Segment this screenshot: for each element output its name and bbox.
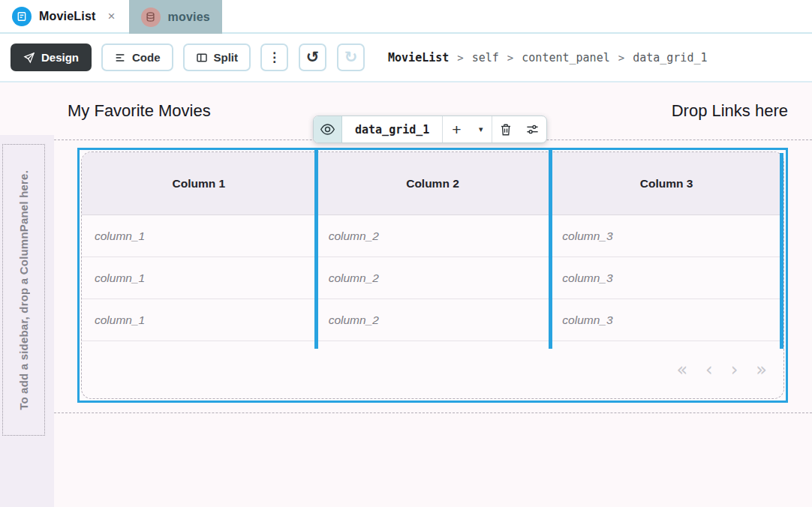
undo-button[interactable]: ↺ xyxy=(299,44,326,71)
visibility-toggle[interactable] xyxy=(314,116,342,142)
kebab-icon: ⋮ xyxy=(268,50,281,65)
split-button-label: Split xyxy=(214,51,239,64)
breadcrumb-separator: > xyxy=(618,52,624,64)
row-cell[interactable]: column_2 xyxy=(316,215,550,256)
row-cell[interactable]: column_2 xyxy=(316,299,550,340)
pagination-bar: « ‹ › » xyxy=(82,341,783,398)
column-resize-handle[interactable] xyxy=(549,150,552,349)
component-properties-button[interactable] xyxy=(519,116,546,142)
code-lines-icon xyxy=(114,52,126,64)
paper-plane-icon xyxy=(23,52,35,64)
design-canvas: My Favorite Movies Drop Links here To ad… xyxy=(0,82,812,507)
row-cell[interactable]: column_2 xyxy=(316,257,550,298)
code-button[interactable]: Code xyxy=(101,44,173,71)
tab-movielist[interactable]: MovieList × xyxy=(0,0,129,32)
table-row: column_1 column_2 column_3 xyxy=(82,215,783,257)
column-header-2[interactable]: Column 2 xyxy=(316,152,550,214)
next-page-icon[interactable]: › xyxy=(731,361,738,379)
row-cell[interactable]: column_3 xyxy=(549,215,783,256)
component-toolbar: data_grid_1 + ▾ xyxy=(313,116,547,143)
tab-movielist-label: MovieList xyxy=(39,10,96,23)
data-grid-header-row: Column 1 Column 2 Column 3 xyxy=(82,152,783,215)
split-button[interactable]: Split xyxy=(183,44,251,71)
design-button[interactable]: Design xyxy=(11,44,92,71)
component-menu-button[interactable]: ▾ xyxy=(470,116,492,142)
editor-toolbar: Design Code Split ⋮ ↺ ↻ MovieList > sel xyxy=(0,34,812,82)
sidebar-hint-label: To add a sidebar, drop a ColumnPanel her… xyxy=(17,170,30,410)
breadcrumb-separator: > xyxy=(457,52,463,64)
chevron-down-icon: ▾ xyxy=(479,124,483,134)
breadcrumb-item-self[interactable]: self xyxy=(472,51,499,64)
row-cell[interactable]: column_1 xyxy=(82,215,316,256)
eye-icon xyxy=(320,122,335,137)
redo-button[interactable]: ↻ xyxy=(337,44,365,71)
close-icon[interactable]: × xyxy=(107,9,117,24)
tab-movies[interactable]: movies xyxy=(129,0,222,34)
more-options-button[interactable]: ⋮ xyxy=(260,44,288,71)
column-header-1[interactable]: Column 1 xyxy=(82,152,316,214)
breadcrumb-item-content-panel[interactable]: content_panel xyxy=(522,51,609,64)
row-cell[interactable]: column_3 xyxy=(549,257,783,298)
page-title[interactable]: My Favorite Movies xyxy=(68,101,211,121)
breadcrumb: MovieList > self > content_panel > data_… xyxy=(388,51,707,64)
first-page-icon[interactable]: « xyxy=(676,361,687,379)
plus-icon: + xyxy=(452,121,461,139)
design-button-label: Design xyxy=(41,51,79,64)
column-resize-handle[interactable] xyxy=(780,153,783,349)
sidebar-drop-strip[interactable]: To add a sidebar, drop a ColumnPanel her… xyxy=(0,135,54,507)
split-view-icon xyxy=(196,52,208,64)
redo-icon: ↻ xyxy=(344,50,358,65)
database-icon xyxy=(141,8,161,27)
table-row: column_1 column_2 column_3 xyxy=(82,299,783,341)
row-cell[interactable]: column_1 xyxy=(82,299,316,340)
sidebar-drop-box: To add a sidebar, drop a ColumnPanel her… xyxy=(2,144,45,436)
code-button-label: Code xyxy=(132,51,161,64)
column-resize-handle[interactable] xyxy=(314,150,318,349)
trash-icon xyxy=(499,123,513,136)
sliders-icon xyxy=(525,122,540,136)
breadcrumb-root[interactable]: MovieList xyxy=(388,51,449,64)
editor-tab-bar: MovieList × movies xyxy=(0,0,812,34)
add-component-button[interactable]: + xyxy=(443,116,470,142)
data-grid-component[interactable]: Column 1 Column 2 Column 3 column_1 colu… xyxy=(77,148,788,403)
component-name[interactable]: data_grid_1 xyxy=(342,116,443,142)
column-header-3[interactable]: Column 3 xyxy=(549,152,783,214)
breadcrumb-item-data-grid[interactable]: data_grid_1 xyxy=(633,51,707,64)
row-cell[interactable]: column_1 xyxy=(82,257,316,298)
dropzone-divider-bottom xyxy=(54,412,812,413)
previous-page-icon[interactable]: ‹ xyxy=(705,361,713,379)
form-icon xyxy=(12,7,32,26)
data-grid-body: Column 1 Column 2 Column 3 column_1 colu… xyxy=(81,152,784,399)
breadcrumb-separator: > xyxy=(507,52,513,64)
table-row: column_1 column_2 column_3 xyxy=(82,257,783,299)
tab-movies-label: movies xyxy=(168,10,210,24)
undo-icon: ↺ xyxy=(306,50,320,65)
row-cell[interactable]: column_3 xyxy=(549,299,783,340)
last-page-icon[interactable]: » xyxy=(756,361,767,379)
delete-component-button[interactable] xyxy=(492,116,519,142)
drop-links-placeholder[interactable]: Drop Links here xyxy=(672,101,788,121)
